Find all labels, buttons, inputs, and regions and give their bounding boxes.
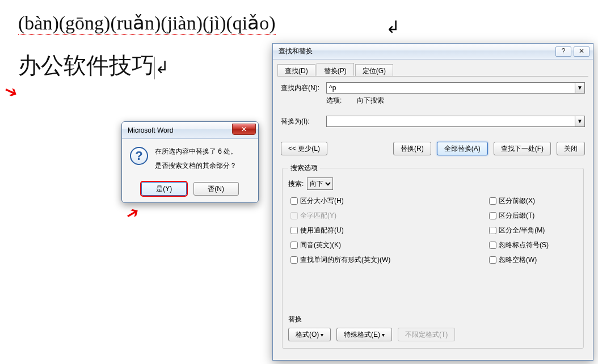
tab-goto[interactable]: 定位(G) <box>355 64 393 76</box>
replace-button[interactable]: 替换(R) <box>393 142 431 155</box>
alert-title-text: Microsoft Word <box>128 126 173 134</box>
replace-group-label: 替换 <box>288 315 578 324</box>
annotation-arrow-icon: ➔ <box>122 202 142 225</box>
find-next-button[interactable]: 查找下一处(F) <box>494 142 551 155</box>
replace-all-button[interactable]: 全部替换(A) <box>437 142 488 155</box>
fr-titlebar[interactable]: 查找和替换 ? ✕ <box>273 44 593 60</box>
find-input[interactable] <box>326 82 575 94</box>
search-direction-select[interactable]: 向下 <box>307 177 333 190</box>
alert-message-1: 在所选内容中替换了 6 处。 <box>155 147 237 156</box>
pinyin-caret: ↲ <box>386 17 400 37</box>
chk-prefix[interactable]: 区分前缀(X) <box>487 196 578 206</box>
no-format-button: 不限定格式(T) <box>398 328 455 341</box>
close-button[interactable]: ✕ <box>574 46 589 57</box>
options-value: 向下搜索 <box>357 96 384 104</box>
search-options-fieldset: 搜索选项 搜索: 向下 区分大小写(H) 全字匹配(Y) 使用通配符(U) 同音… <box>282 163 584 349</box>
chk-wildcards[interactable]: 使用通配符(U) <box>288 225 487 236</box>
special-format-button[interactable]: 特殊格式(E) <box>336 328 392 341</box>
fr-tabs: 查找(D) 替换(P) 定位(G) <box>277 63 588 77</box>
tab-find[interactable]: 查找(D) <box>277 64 315 76</box>
help-button[interactable]: ? <box>555 46 571 57</box>
alert-close-button[interactable]: ✕ <box>232 124 256 135</box>
tab-replace[interactable]: 替换(P) <box>317 63 354 76</box>
close-fr-button[interactable]: 关闭 <box>557 142 585 155</box>
find-dropdown[interactable]: ▼ <box>575 82 585 94</box>
yes-button[interactable]: 是(Y) <box>141 182 187 196</box>
question-icon: ? <box>130 147 148 165</box>
alert-message-2: 是否搜索文档的其余部分？ <box>155 161 237 171</box>
chk-sounds-like[interactable]: 同音(英文)(K) <box>288 240 487 251</box>
options-label: 选项: <box>326 96 342 104</box>
search-direction-label: 搜索: <box>288 179 304 189</box>
chk-full-half[interactable]: 区分全/半角(M) <box>487 225 578 236</box>
chk-ignore-space[interactable]: 忽略空格(W) <box>487 255 578 265</box>
chk-suffix[interactable]: 区分后缀(T) <box>487 210 578 221</box>
chk-whole-word: 全字匹配(Y) <box>288 210 487 221</box>
find-replace-dialog: 查找和替换 ? ✕ 查找(D) 替换(P) 定位(G) 查找内容(N): ▼ 选… <box>272 43 593 361</box>
search-options-legend: 搜索选项 <box>288 163 320 173</box>
replace-input[interactable] <box>326 116 575 127</box>
chk-match-case[interactable]: 区分大小写(H) <box>288 196 487 206</box>
document-pinyin: (bàn)(gōng)(ruǎn)(jiàn)(jì)(qiǎo) <box>18 11 276 35</box>
document-hanzi: 办公软件技巧↲ <box>18 50 169 81</box>
less-button[interactable]: << 更少(L) <box>281 142 327 155</box>
fr-title-text: 查找和替换 <box>279 46 313 56</box>
chk-ignore-punct[interactable]: 忽略标点符号(S) <box>487 240 578 251</box>
alert-dialog: Microsoft Word ✕ ? 在所选内容中替换了 6 处。 是否搜索文档… <box>121 121 259 203</box>
chk-word-forms[interactable]: 查找单词的所有形式(英文)(W) <box>288 255 487 265</box>
annotation-arrow-icon: ➔ <box>1 81 21 103</box>
alert-titlebar[interactable]: Microsoft Word ✕ <box>122 122 258 139</box>
replace-label: 替换为(I): <box>281 117 326 126</box>
no-button[interactable]: 否(N) <box>193 182 239 196</box>
format-button[interactable]: 格式(O) <box>288 328 331 341</box>
find-label: 查找内容(N): <box>281 83 326 93</box>
replace-dropdown[interactable]: ▼ <box>575 116 585 127</box>
